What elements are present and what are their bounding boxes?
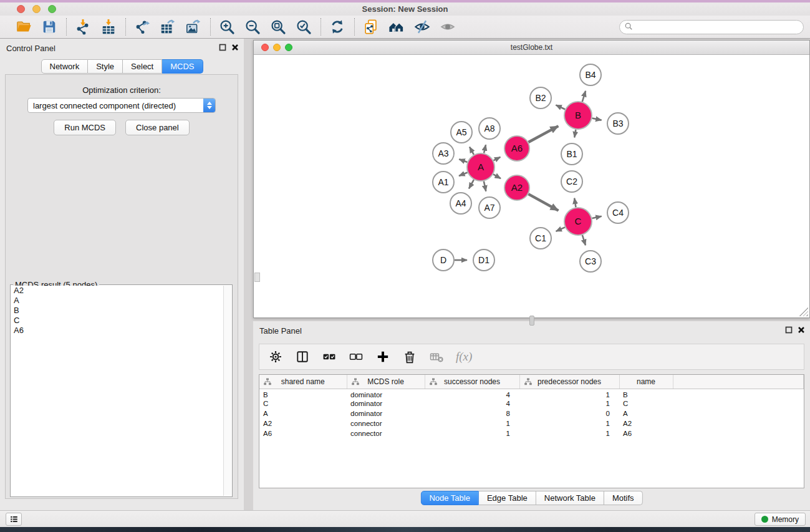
table-cell[interactable]: C: [619, 399, 673, 409]
mcds-result-item[interactable]: B: [11, 306, 223, 316]
tab-mcds[interactable]: MCDS: [162, 59, 203, 74]
float-panel-icon[interactable]: [785, 326, 793, 334]
table-cell[interactable]: dominator: [347, 389, 425, 399]
graph-edge-A-A7[interactable]: [484, 181, 486, 191]
window-resize-grip[interactable]: [799, 307, 808, 316]
graph-edge-A-A8[interactable]: [484, 145, 486, 153]
graph-node-A5[interactable]: A5: [451, 122, 472, 143]
zoom-in-button[interactable]: [219, 19, 236, 36]
tab-network[interactable]: Network: [41, 59, 88, 74]
splitter-grip[interactable]: [529, 316, 534, 326]
open-file-button[interactable]: [16, 19, 32, 36]
graph-node-A2[interactable]: A2: [504, 175, 529, 200]
zoom-fit-button[interactable]: [270, 19, 287, 36]
table-cell[interactable]: B: [259, 389, 347, 399]
table-row[interactable]: Bdominator41B: [259, 389, 804, 399]
graph-edge-A-A1[interactable]: [459, 173, 468, 176]
graph-node-C3[interactable]: C3: [580, 251, 601, 272]
table-cell[interactable]: 1: [425, 428, 519, 438]
table-cell[interactable]: 4: [425, 399, 519, 409]
show-all-button[interactable]: [440, 19, 456, 36]
table-row[interactable]: A6connector11A6: [259, 428, 804, 438]
table-cell[interactable]: connector: [347, 418, 425, 428]
zoom-out-button[interactable]: [244, 19, 261, 36]
graph-edge-A-A6[interactable]: [493, 157, 500, 161]
graph-node-A3[interactable]: A3: [433, 143, 454, 164]
table-cell[interactable]: 1: [519, 389, 619, 399]
import-table-button[interactable]: [100, 19, 117, 36]
graph-node-B4[interactable]: B4: [580, 64, 601, 85]
graph-edge-A2-C[interactable]: [528, 194, 558, 210]
panel-divider-grip[interactable]: [254, 273, 260, 282]
table-cell[interactable]: A6: [259, 428, 347, 438]
search-box[interactable]: [619, 20, 804, 34]
table-cell[interactable]: 1: [519, 399, 619, 409]
graph-node-B[interactable]: B: [564, 102, 592, 129]
graph-node-B2[interactable]: B2: [530, 87, 551, 109]
save-session-button[interactable]: [41, 19, 58, 36]
table-cell[interactable]: 4: [425, 389, 519, 399]
mcds-result-item[interactable]: C: [11, 316, 223, 326]
column-header-shared-name[interactable]: shared name: [259, 375, 347, 389]
table-cell[interactable]: 1: [519, 418, 619, 428]
graph-edge-B-B3[interactable]: [592, 118, 602, 120]
graph-node-B3[interactable]: B3: [607, 113, 629, 134]
close-panel-icon[interactable]: [231, 44, 239, 51]
table-cell[interactable]: C: [259, 399, 347, 409]
column-header-predecessor-nodes[interactable]: predecessor nodes: [519, 375, 619, 389]
graph-node-A1[interactable]: A1: [433, 172, 454, 193]
close-window-button[interactable]: [17, 5, 25, 13]
unselect-all-columns-button[interactable]: [349, 349, 365, 365]
column-header-MCDS-role[interactable]: MCDS role: [347, 375, 425, 389]
tab-style[interactable]: Style: [88, 59, 123, 74]
minimize-window-button[interactable]: [32, 5, 41, 13]
table-cell[interactable]: 8: [425, 409, 519, 418]
graph-edge-B-B2[interactable]: [556, 105, 565, 109]
select-all-columns-button[interactable]: [322, 349, 338, 365]
graph-node-C4[interactable]: C4: [607, 202, 629, 223]
graph-edge-C-C3[interactable]: [582, 235, 586, 245]
result-list-scrollbar[interactable]: [223, 286, 231, 496]
graph-node-A4[interactable]: A4: [450, 193, 471, 214]
criterion-dropdown[interactable]: largest connected component (directed): [27, 98, 216, 113]
graph-edge-A6-B[interactable]: [528, 126, 558, 142]
refresh-button[interactable]: [329, 19, 346, 36]
table-cell[interactable]: 1: [519, 428, 619, 438]
graph-node-C1[interactable]: C1: [530, 228, 551, 249]
graph-node-A7[interactable]: A7: [479, 197, 500, 218]
table-cell[interactable]: A: [619, 409, 673, 418]
graph-edge-B-B1[interactable]: [574, 130, 576, 138]
mcds-result-item[interactable]: A6: [11, 326, 223, 336]
zoom-window-button[interactable]: [48, 5, 56, 13]
close-panel-icon[interactable]: [798, 326, 805, 334]
import-network-button[interactable]: [75, 19, 92, 36]
tab-network-table[interactable]: Network Table: [536, 491, 604, 505]
delete-column-button[interactable]: [402, 349, 418, 365]
table-cell[interactable]: A2: [259, 418, 347, 428]
table-cell[interactable]: dominator: [347, 399, 425, 409]
network-minimize-button[interactable]: [273, 44, 281, 51]
table-settings-button[interactable]: [268, 349, 284, 365]
add-column-button[interactable]: [375, 349, 392, 365]
export-table-button[interactable]: [160, 19, 176, 36]
graph-node-A[interactable]: A: [467, 153, 494, 181]
network-canvas[interactable]: AA1A2A3A4A5A6A7A8BB1B2B3B4CC1C2C3C4DD1: [254, 55, 809, 317]
table-row[interactable]: A2connector11A2: [259, 418, 804, 428]
export-image-button[interactable]: [185, 19, 202, 36]
float-panel-icon[interactable]: [219, 44, 226, 51]
graph-edge-A-A5[interactable]: [470, 147, 474, 155]
network-zoom-button[interactable]: [285, 44, 292, 51]
export-network-button[interactable]: [134, 19, 151, 36]
run-mcds-button[interactable]: Run MCDS: [54, 120, 116, 135]
graph-node-C2[interactable]: C2: [561, 171, 582, 192]
close-panel-button[interactable]: Close panel: [125, 120, 190, 135]
column-layout-button[interactable]: [295, 349, 311, 365]
graph-edge-C-C4[interactable]: [592, 216, 601, 218]
network-close-button[interactable]: [261, 44, 269, 51]
graph-edge-A-A3[interactable]: [459, 159, 467, 162]
tab-motifs[interactable]: Motifs: [604, 491, 643, 505]
table-cell[interactable]: dominator: [347, 409, 425, 418]
tab-node-table[interactable]: Node Table: [420, 491, 479, 505]
tab-select[interactable]: Select: [123, 59, 162, 74]
table-cell[interactable]: 0: [519, 409, 619, 418]
